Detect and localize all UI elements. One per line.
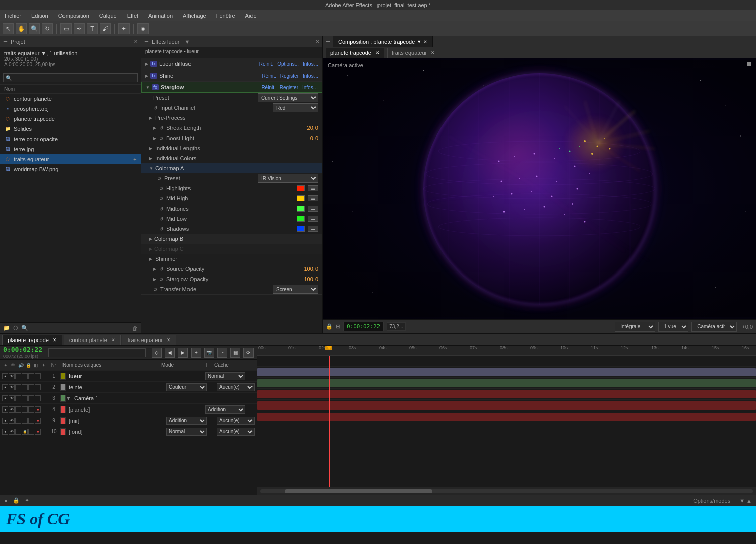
mid-high-swatch[interactable] bbox=[297, 195, 305, 201]
prop-pre-process[interactable]: ▶ Pre-Process bbox=[141, 113, 322, 123]
colormap-a-header[interactable]: ▼ Colormap A bbox=[141, 163, 322, 173]
prop-value[interactable]: 100,0 bbox=[304, 276, 318, 282]
project-item-terre-jpg[interactable]: 🖼 terre.jpg bbox=[0, 144, 141, 154]
reset-icon[interactable]: ↺ bbox=[159, 206, 163, 212]
reset-icon[interactable]: ↺ bbox=[159, 186, 163, 191]
lock-switch[interactable] bbox=[22, 406, 28, 413]
tool-brush[interactable]: 🖌 bbox=[100, 23, 111, 34]
collapse-switch[interactable] bbox=[28, 395, 34, 401]
quality-switch[interactable]: ■ bbox=[35, 406, 41, 413]
shadows-swatch[interactable] bbox=[297, 226, 305, 232]
highlights-swatch[interactable] bbox=[297, 185, 305, 191]
layer-matte[interactable]: Aucun(e) bbox=[217, 417, 255, 425]
effect-header-shine[interactable]: ▶ fx Shine Réinit. Register Infos... bbox=[141, 70, 322, 81]
input-channel-select[interactable]: Red bbox=[273, 103, 318, 112]
project-search-input[interactable] bbox=[3, 73, 138, 82]
layer-search-input[interactable] bbox=[48, 348, 146, 357]
reset-icon[interactable]: ↺ bbox=[159, 277, 163, 282]
tab-planete-trapcode[interactable]: planete trapcode ✕ bbox=[326, 48, 384, 58]
track-bar-camera[interactable] bbox=[257, 379, 756, 387]
tl-ctrl-prev-key[interactable]: ◀ bbox=[165, 348, 175, 358]
collapse-switch[interactable] bbox=[28, 384, 34, 390]
tool-zoom[interactable]: 🔍 bbox=[29, 23, 40, 34]
reinit-btn[interactable]: Réinit. bbox=[259, 61, 273, 67]
infos-btn[interactable]: Infos... bbox=[303, 61, 318, 67]
layer-mode[interactable]: Addition bbox=[166, 417, 207, 425]
prop-value[interactable]: 0,0 bbox=[310, 135, 318, 141]
tool-rect[interactable]: ▭ bbox=[60, 23, 72, 34]
audio-switch[interactable] bbox=[15, 373, 21, 379]
new-comp-icon[interactable]: ⬡ bbox=[13, 325, 18, 331]
layer-color[interactable] bbox=[60, 373, 66, 380]
mid-high-swatch-btn[interactable]: ▬ bbox=[308, 195, 318, 201]
video-switch[interactable]: 👁 bbox=[9, 384, 15, 390]
quality-switch[interactable]: ■ bbox=[35, 418, 41, 424]
layer-row-lueur[interactable]: ● 👁 1 lueur Normal bbox=[0, 371, 257, 382]
reset-icon[interactable]: ↺ bbox=[153, 105, 157, 111]
layer-mode[interactable]: Couleur bbox=[166, 383, 207, 391]
reinit-btn[interactable]: Réinit. bbox=[262, 73, 276, 79]
reset-icon[interactable]: ↺ bbox=[159, 135, 163, 141]
project-item-contour-planete[interactable]: ⬡ contour planete bbox=[0, 94, 141, 104]
layer-row-teinte[interactable]: ● 👁 2 teinte Couleur Aucu bbox=[0, 382, 257, 393]
tab-traits-equateur[interactable]: traits equateur ✕ bbox=[387, 48, 439, 58]
new-item-icon[interactable]: 🔍 bbox=[21, 325, 28, 331]
comp-timecode[interactable]: 0:00:02:22 bbox=[343, 322, 384, 331]
track-bar-planete[interactable] bbox=[257, 390, 756, 398]
track-bar-teinte[interactable] bbox=[257, 368, 756, 376]
menu-fenetre[interactable]: Fenêtre bbox=[214, 12, 237, 20]
layer-mode[interactable]: Addition bbox=[205, 405, 245, 414]
view-select[interactable]: 1 vue bbox=[658, 322, 688, 332]
project-item-geosphere[interactable]: ▪ geosphere.obj bbox=[0, 104, 141, 114]
layer-color[interactable] bbox=[60, 395, 66, 402]
tl-ctrl-next-key[interactable]: ▶ bbox=[178, 348, 188, 358]
tl-ctrl-camera[interactable]: 📷 bbox=[204, 348, 214, 358]
solo-switch[interactable]: ● bbox=[2, 384, 8, 390]
tool-pen[interactable]: ✒ bbox=[74, 23, 85, 34]
scroll-thumb[interactable] bbox=[285, 489, 432, 493]
layer-color[interactable] bbox=[60, 417, 66, 424]
video-switch[interactable]: 👁 bbox=[9, 429, 15, 435]
layer-row-mir[interactable]: ● 👁 ■ 9 [mir] Addition Auc bbox=[0, 415, 257, 426]
tl-tab-contour-planete[interactable]: contour planete ✕ bbox=[64, 335, 121, 345]
lock-switch[interactable] bbox=[22, 373, 28, 379]
prop-shimmer[interactable]: ▶ Shimmer bbox=[141, 254, 322, 264]
workspace-selector[interactable]: ◉ bbox=[137, 23, 149, 34]
project-item-traits-equateur[interactable]: ⬡ traits equateur ✦ bbox=[0, 154, 141, 164]
shadows-swatch-btn[interactable]: ▬ bbox=[308, 226, 318, 232]
current-timecode[interactable]: 0:00:02:22 bbox=[3, 346, 42, 354]
project-item-worldmap[interactable]: 🖼 worldmap BW.png bbox=[0, 164, 141, 174]
tl-ctrl-loop[interactable]: ⟳ bbox=[243, 348, 254, 358]
lock-switch[interactable] bbox=[22, 418, 28, 424]
mid-low-swatch-btn[interactable]: ▬ bbox=[308, 216, 318, 222]
quality-select[interactable]: Intégrale bbox=[615, 322, 655, 332]
highlights-swatch-btn[interactable]: ▬ bbox=[308, 185, 318, 191]
audio-switch[interactable] bbox=[15, 406, 21, 413]
track-bar-mir[interactable] bbox=[257, 401, 756, 410]
reinit-btn[interactable]: Réinit. bbox=[261, 85, 275, 90]
lock-switch[interactable] bbox=[22, 384, 28, 390]
collapse-switch[interactable] bbox=[28, 429, 34, 435]
tl-tab-planete-trapcode[interactable]: planete trapcode ✕ bbox=[2, 335, 62, 345]
camera-select[interactable]: Caméra active bbox=[691, 322, 737, 332]
reset-icon[interactable]: ↺ bbox=[157, 176, 161, 181]
layer-row-fond[interactable]: ● 👁 🔒 ■ 10 [fond] Normal A bbox=[0, 426, 257, 437]
menu-animation[interactable]: Animation bbox=[146, 12, 175, 20]
solo-switch[interactable]: ● bbox=[2, 418, 8, 424]
layer-row-planete[interactable]: ● 👁 ■ 4 [planete] Addition bbox=[0, 404, 257, 415]
prop-individual-lengths[interactable]: ▶ Individual Lengths bbox=[141, 143, 322, 153]
reset-icon[interactable]: ↺ bbox=[153, 287, 157, 292]
reset-icon[interactable]: ↺ bbox=[159, 216, 163, 222]
video-switch[interactable]: 👁 bbox=[9, 406, 15, 413]
layer-color[interactable] bbox=[60, 384, 66, 391]
audio-switch[interactable] bbox=[15, 429, 21, 435]
colormap-b-header[interactable]: ▶ Colormap B bbox=[141, 234, 322, 244]
menu-aide[interactable]: Aide bbox=[243, 12, 259, 20]
layer-mode[interactable]: Normal bbox=[205, 372, 245, 380]
register-btn[interactable]: Register bbox=[280, 85, 298, 90]
layer-mode[interactable]: Normal bbox=[166, 428, 207, 436]
lock-switch[interactable] bbox=[22, 395, 28, 401]
panel-close-icon[interactable]: ✕ bbox=[134, 39, 138, 44]
midtones-swatch[interactable] bbox=[297, 206, 305, 212]
infos-btn[interactable]: Infos... bbox=[302, 85, 318, 90]
